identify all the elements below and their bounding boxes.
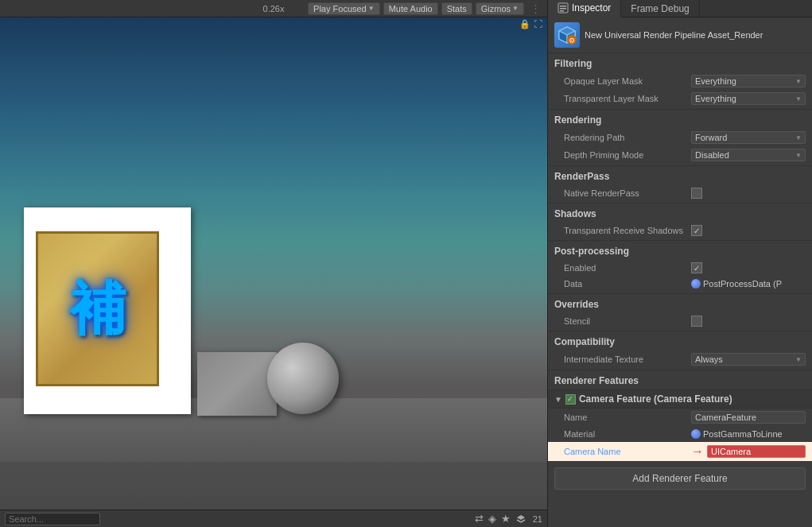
box-object [197,352,277,416]
gizmos-label: Gizmos [481,4,511,14]
stencil-row: Stencil [548,313,812,329]
camera-feature-name-row: Name CameraFeature [548,409,812,426]
tab-inspector[interactable]: Inspector [548,0,621,17]
data-row: Data PostProcessData (P [548,276,812,292]
tab-frame-debug[interactable]: Frame Debug [621,0,699,17]
gizmos-button[interactable]: Gizmos ▼ [476,2,524,15]
renderer-features-section-header: Renderer Features [548,372,812,389]
transparent-receive-shadows-row: Transparent Receive Shadows [548,223,812,238]
svg-text:⚙: ⚙ [569,37,575,45]
viewport-bottom-toolbar: ⇄ ◈ ★ 21 [0,510,547,527]
divider-5 [548,293,812,294]
inspector-body[interactable]: Filtering Opaque Layer Mask Everything ▼… [548,53,812,527]
play-focused-button[interactable]: Play Focused ▼ [308,2,380,15]
card-object: 補 [24,207,191,414]
inspector-panel: Inspector Frame Debug ⚙ New Universal Re… [547,0,812,527]
overrides-section-header: Overrides [548,296,812,313]
audio-icon-btn[interactable]: ◈ [487,511,498,526]
compatibility-section-header: Compatibility [548,333,812,351]
search-input[interactable] [5,513,100,525]
stencil-label: Stencil [564,316,691,326]
transparent-receive-shadows-checkbox[interactable] [691,225,702,236]
stats-button[interactable]: Stats [441,2,472,15]
transparent-receive-shadows-label: Transparent Receive Shadows [564,226,691,235]
lock-icon[interactable]: 🔒 [519,19,530,29]
play-focused-label: Play Focused [313,4,367,14]
divider-7 [548,370,812,370]
bottom-icons-group: ⇄ ◈ ★ 21 [473,511,542,526]
divider-2 [548,165,812,166]
translate-icon-btn[interactable]: ⇄ [473,511,485,526]
depth-priming-value[interactable]: Disabled ▼ [691,149,806,161]
native-renderpass-label: Native RenderPass [564,188,691,198]
native-renderpass-checkbox[interactable] [691,188,702,199]
play-focused-dropdown-icon: ▼ [368,5,375,12]
camera-feature-material-row: Material PostGammaToLinne [548,426,812,442]
enabled-label: Enabled [564,263,691,273]
intermediate-texture-label: Intermediate Texture [564,355,691,364]
transparent-layer-mask-row: Transparent Layer Mask Everything ▼ [548,90,812,107]
camera-name-value[interactable]: UICamera [707,445,806,458]
viewport-canvas: 補 🔒 ⛶ [0,17,547,510]
rendering-path-dropdown-arrow: ▼ [795,134,802,141]
native-renderpass-row: Native RenderPass [548,185,812,201]
intermediate-texture-value[interactable]: Always ▼ [691,353,806,366]
tab-frame-debug-label: Frame Debug [631,3,689,14]
enabled-checkbox[interactable] [691,262,702,273]
divider-4 [548,240,812,241]
kanji-text: 補 [69,271,126,347]
mute-audio-label: Mute Audio [389,4,433,14]
post-processing-section-header: Post-processing [548,242,812,260]
rendering-path-row: Rendering Path Forward ▼ [548,129,812,146]
opaque-layer-mask-value[interactable]: Everything ▼ [691,75,806,87]
transparent-layer-mask-label: Transparent Layer Mask [564,94,691,103]
add-renderer-feature-button[interactable]: Add Renderer Feature [554,467,806,490]
rendering-path-value[interactable]: Forward ▼ [691,131,806,144]
svg-rect-1 [560,6,566,7]
viewport-panel: 0.26x Play Focused ▼ Mute Audio Stats Gi… [0,0,547,527]
inspector-tabs: Inspector Frame Debug [548,0,812,17]
asset-icon: ⚙ [554,22,580,48]
overlay-count: 21 [533,514,542,524]
material-sphere-icon [691,429,701,439]
stencil-checkbox[interactable] [691,316,702,327]
rendering-section-header: Rendering [548,111,812,129]
layers-svg-icon [515,513,526,525]
opaque-layer-mask-label: Opaque Layer Mask [564,76,691,86]
camera-feature-material-value[interactable]: PostGammaToLinne [691,429,783,439]
expand-icon[interactable]: ⛶ [534,19,542,29]
transparent-dropdown-arrow: ▼ [795,95,802,103]
post-process-material-icon [691,279,701,289]
layers-icon-btn[interactable] [514,512,528,526]
inspector-tab-icon [558,2,569,14]
star-icon-btn[interactable]: ★ [499,511,512,526]
intermediate-texture-row: Intermediate Texture Always ▼ [548,351,812,368]
mute-audio-button[interactable]: Mute Audio [383,2,438,15]
camera-name-row: Camera Name → UICamera [548,442,812,461]
zoom-label: 0.26x [263,4,285,14]
camera-name-label: Camera Name [564,447,691,456]
data-value[interactable]: PostProcessData (P [691,279,782,289]
camera-feature-checkbox[interactable]: ✓ [565,394,576,405]
camera-feature-name-label: Name [564,413,691,422]
stats-label: Stats [447,4,467,14]
card-inner: 補 [36,231,159,386]
more-options-icon[interactable]: ⋮ [530,2,541,14]
urp-asset-icon: ⚙ [556,24,578,46]
enabled-row: Enabled [548,260,812,276]
divider-1 [548,109,812,110]
camera-feature-name-value[interactable]: CameraFeature [691,411,806,424]
svg-rect-2 [560,8,566,10]
transparent-layer-mask-value[interactable]: Everything ▼ [691,92,806,105]
asset-title: New Universal Render Pipeline Asset_Rend… [585,30,806,40]
rendering-path-label: Rendering Path [564,133,691,142]
divider-6 [548,331,812,331]
divider-3 [548,203,812,203]
opaque-layer-mask-row: Opaque Layer Mask Everything ▼ [548,72,812,90]
opaque-dropdown-arrow: ▼ [795,78,802,85]
intermediate-dropdown-arrow: ▼ [795,356,802,363]
data-label: Data [564,279,691,289]
camera-feature-material-label: Material [564,429,691,439]
camera-feature-toggle-arrow[interactable]: ▼ [554,395,562,404]
svg-rect-3 [560,10,564,12]
